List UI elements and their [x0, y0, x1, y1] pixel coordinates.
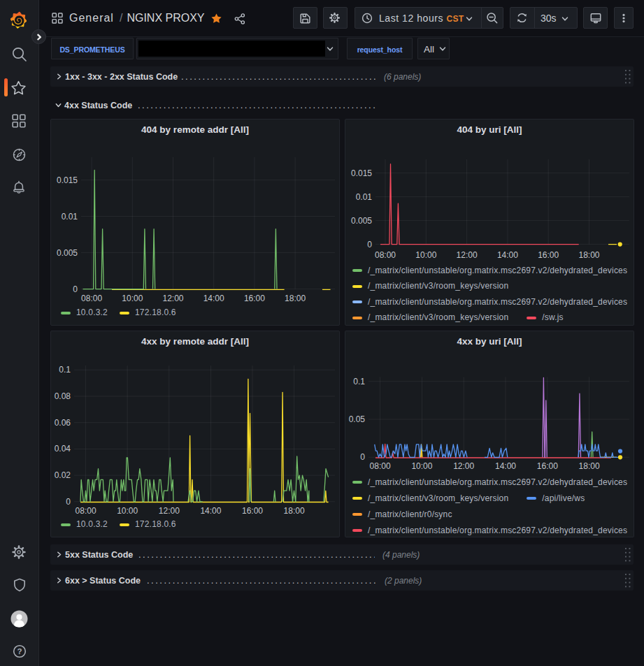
svg-text:10:00: 10:00 [117, 506, 138, 516]
svg-text:08:00: 08:00 [81, 294, 102, 303]
svg-text:16:00: 16:00 [538, 250, 559, 260]
svg-text:12:00: 12:00 [453, 461, 474, 471]
svg-text:10:00: 10:00 [411, 461, 432, 471]
svg-text:0.015: 0.015 [351, 168, 372, 178]
svg-text:0.06: 0.06 [55, 418, 71, 428]
svg-text:0.01: 0.01 [62, 212, 78, 222]
svg-text:10:00: 10:00 [415, 250, 436, 260]
svg-text:0.1: 0.1 [353, 377, 365, 386]
svg-text:?: ? [17, 647, 22, 656]
svg-text:08:00: 08:00 [375, 250, 396, 260]
svg-text:14:00: 14:00 [497, 250, 518, 260]
svg-text:14:00: 14:00 [495, 461, 516, 471]
svg-text:12:00: 12:00 [457, 250, 478, 260]
svg-text:12:00: 12:00 [159, 506, 180, 516]
svg-text:0: 0 [73, 284, 78, 294]
svg-text:0.04: 0.04 [55, 444, 71, 454]
svg-text:14:00: 14:00 [203, 294, 224, 303]
svg-text:16:00: 16:00 [244, 294, 265, 303]
svg-text:16:00: 16:00 [242, 506, 263, 516]
svg-text:0: 0 [360, 452, 365, 462]
svg-text:18:00: 18:00 [578, 250, 599, 260]
svg-text:0.1: 0.1 [59, 365, 71, 375]
svg-text:0.05: 0.05 [349, 414, 366, 424]
svg-text:14:00: 14:00 [200, 506, 221, 516]
svg-text:0: 0 [367, 240, 372, 249]
svg-text:0: 0 [66, 497, 71, 507]
svg-text:12:00: 12:00 [162, 294, 183, 303]
svg-text:10:00: 10:00 [122, 294, 143, 303]
svg-text:08:00: 08:00 [76, 506, 96, 516]
svg-text:18:00: 18:00 [284, 506, 305, 516]
svg-text:0.015: 0.015 [57, 175, 78, 185]
svg-text:0.02: 0.02 [55, 470, 71, 480]
svg-text:0.005: 0.005 [351, 216, 372, 226]
svg-text:16:00: 16:00 [537, 461, 558, 471]
svg-text:0.01: 0.01 [356, 192, 373, 202]
svg-text:08:00: 08:00 [370, 461, 391, 471]
svg-text:18:00: 18:00 [285, 294, 306, 303]
svg-text:18:00: 18:00 [579, 461, 600, 471]
svg-text:0.005: 0.005 [57, 248, 78, 258]
svg-text:0.08: 0.08 [55, 391, 71, 401]
